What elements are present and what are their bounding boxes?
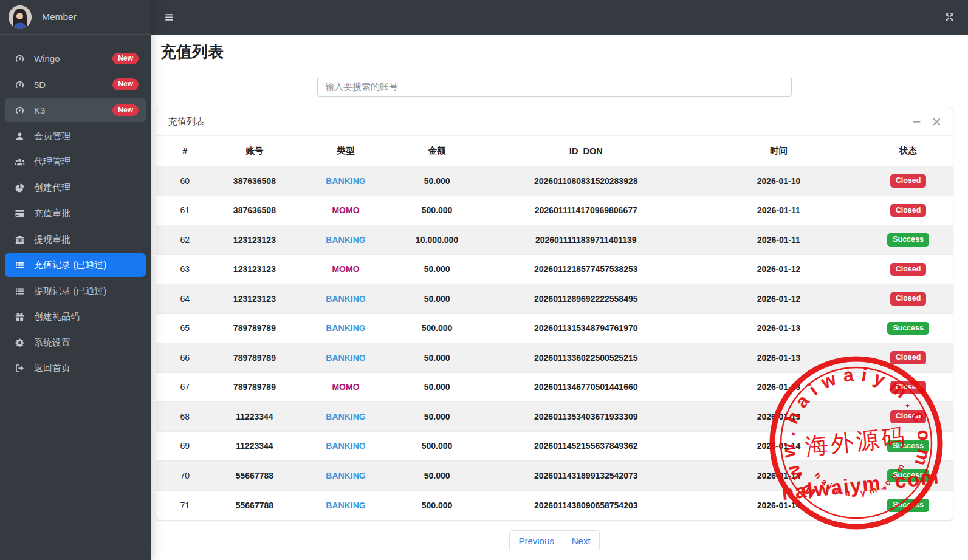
sidebar-item-withdraw-approval[interactable]: 提现审批 (5, 228, 146, 251)
expand-icon[interactable] (944, 12, 955, 22)
cell-status: Closed (863, 402, 953, 432)
card-tools (913, 118, 941, 126)
cell-index: 63 (156, 254, 213, 284)
sidebar-item-create-agent[interactable]: 创建代理 (5, 176, 146, 200)
cell-time: 2026-01-13 (694, 402, 863, 432)
cell-index: 66 (156, 343, 213, 373)
status-badge: Success (887, 469, 929, 482)
sidebar-item-label: 5D (34, 80, 112, 90)
cell-status: Closed (863, 254, 953, 284)
cell-id-don: 2026011431899132542073 (478, 461, 694, 491)
users-icon (13, 157, 26, 167)
column-header-6: 时间 (694, 136, 863, 166)
cell-index: 64 (156, 284, 213, 314)
sidebar-item-system-settings[interactable]: 系统设置 (5, 331, 146, 355)
sidebar-item-recharge-approval[interactable]: 充值审批 (5, 202, 146, 225)
gauge-icon (13, 53, 26, 64)
new-badge: New (112, 104, 139, 116)
new-badge: New (112, 78, 139, 90)
cell-time: 2026-01-12 (694, 284, 863, 314)
cell-index: 62 (156, 225, 213, 255)
close-icon[interactable] (933, 118, 941, 126)
table-row: 66 789789789 BANKING 50.000 202601133602… (156, 343, 953, 373)
cell-account: 11223344 (213, 402, 295, 432)
column-header-1: # (156, 136, 213, 166)
cell-amount: 500.000 (396, 313, 478, 343)
cell-index: 61 (156, 196, 213, 225)
cell-status: Success (863, 431, 953, 461)
cell-index: 68 (156, 402, 213, 432)
bars-icon[interactable] (164, 12, 174, 22)
cell-amount: 50.000 (396, 254, 478, 284)
sidebar-item-label: 提现记录 (已通过) (34, 285, 139, 297)
cell-status: Success (863, 225, 953, 255)
status-badge: Success (887, 322, 929, 335)
topbar (151, 0, 968, 35)
cell-account: 55667788 (213, 461, 295, 491)
sidebar-item-label: 充值审批 (34, 208, 139, 219)
cell-type: BANKING (295, 225, 396, 255)
sidebar-nav: Wingo New 5D New K3 New 会员管理 代理管理 创建代理 充… (0, 35, 151, 380)
recharge-table: #账号类型金额ID_DON时间状态 60 387636508 BANKING 5… (156, 136, 953, 520)
next-button[interactable]: Next (563, 530, 600, 551)
cell-time: 2026-01-10 (694, 166, 863, 196)
cell-id-don: 2026011218577457538253 (478, 254, 694, 284)
collapse-icon[interactable] (913, 118, 921, 126)
cell-account: 789789789 (213, 372, 295, 402)
search-input[interactable] (317, 77, 792, 97)
cell-account: 789789789 (213, 313, 295, 343)
gauge-icon (13, 80, 26, 90)
cell-type: BANKING (295, 284, 396, 314)
sidebar-item-back-to-home[interactable]: 返回首页 (5, 357, 146, 380)
admin-app: Member Wingo New 5D New K3 New 会员管理 代理管理… (0, 0, 968, 560)
new-badge: New (112, 53, 139, 64)
cell-id-don: 2026011289692222558495 (478, 284, 694, 314)
status-badge: Success (887, 440, 929, 453)
recharge-list-card: 充值列表 # (156, 108, 953, 521)
sidebar-item-agent-management[interactable]: 代理管理 (5, 150, 146, 174)
cell-index: 60 (156, 166, 213, 196)
cell-time: 2026-01-13 (694, 313, 863, 343)
card-icon (13, 208, 26, 219)
sidebar-item-k3[interactable]: K3 New (5, 98, 146, 122)
cell-status: Success (863, 313, 953, 343)
profile-name: Member (42, 12, 77, 22)
list-icon (13, 260, 26, 270)
cell-time: 2026-01-11 (694, 196, 863, 225)
list-icon (13, 286, 26, 296)
sidebar-item-label: 系统设置 (34, 337, 139, 349)
cell-amount: 500.000 (396, 196, 478, 225)
cell-index: 67 (156, 372, 213, 402)
sidebar-item-wingo[interactable]: Wingo New (5, 47, 146, 70)
cell-id-don: 2026011114170969806677 (478, 196, 694, 225)
sidebar-item-label: 创建代理 (34, 182, 139, 194)
sidebar-item-withdraw-records[interactable]: 提现记录 (已通过) (5, 279, 146, 303)
sidebar-item-label: Wingo (34, 53, 112, 64)
cell-account: 123123123 (213, 254, 295, 284)
gift-icon (13, 312, 26, 322)
sidebar-item-label: 返回首页 (34, 363, 139, 374)
user-profile-panel[interactable]: Member (0, 0, 151, 35)
sidebar-item-5d[interactable]: 5D New (5, 73, 146, 97)
cell-amount: 50.000 (396, 372, 478, 402)
sidebar-item-recharge-records[interactable]: 充值记录 (已通过) (5, 253, 146, 277)
cell-account: 11223344 (213, 431, 295, 461)
cell-index: 71 (156, 490, 213, 520)
status-badge: Closed (890, 351, 927, 364)
sidebar-item-label: K3 (34, 105, 112, 115)
cell-type: BANKING (295, 402, 396, 432)
cell-status: Success (863, 490, 953, 520)
cell-id-don: 2026011336022500525215 (478, 343, 694, 373)
status-badge: Closed (890, 410, 927, 423)
cell-index: 70 (156, 461, 213, 491)
sidebar-item-create-gift-code[interactable]: 创建礼品码 (5, 305, 146, 329)
search-row (156, 77, 953, 97)
previous-button[interactable]: Previous (509, 530, 563, 551)
cell-status: Success (863, 461, 953, 491)
sidebar-item-member-management[interactable]: 会员管理 (5, 125, 146, 148)
card-title: 充值列表 (168, 116, 205, 128)
cell-time: 2026-01-13 (694, 372, 863, 402)
sidebar-item-label: 创建礼品码 (34, 311, 139, 323)
cell-account: 789789789 (213, 343, 295, 373)
signout-icon (13, 363, 26, 374)
